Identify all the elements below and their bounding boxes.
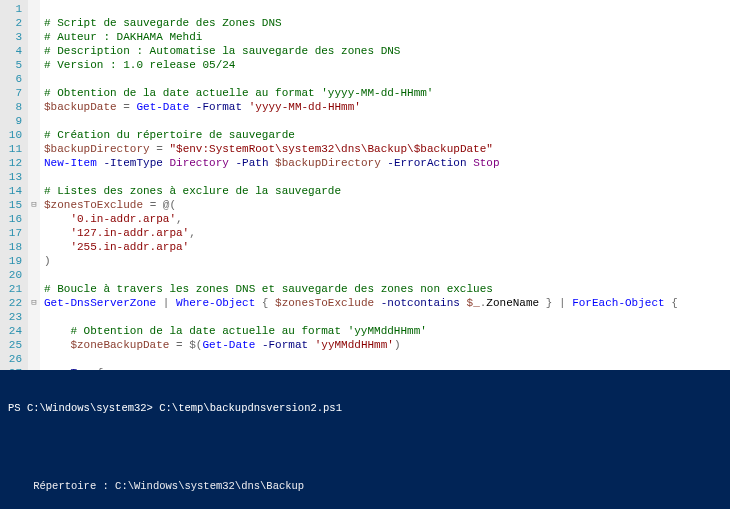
token xyxy=(44,227,70,239)
code-line[interactable]: # Création du répertoire de sauvegarde xyxy=(44,128,726,142)
code-line[interactable]: # Obtention de la date actuelle au forma… xyxy=(44,86,726,100)
fold-spacer xyxy=(28,142,40,156)
token: Try xyxy=(70,367,90,370)
fold-spacer xyxy=(28,268,40,282)
token: = xyxy=(143,199,163,211)
token xyxy=(308,339,315,351)
token xyxy=(44,325,70,337)
code-line[interactable] xyxy=(44,72,726,86)
token: Where-Object xyxy=(176,297,255,309)
token: 'yyMMddHHmm' xyxy=(315,339,394,351)
fold-spacer xyxy=(28,72,40,86)
code-line[interactable]: # Auteur : DAKHAMA Mehdi xyxy=(44,30,726,44)
token: ZoneName xyxy=(486,297,539,309)
code-line[interactable]: # Obtention de la date actuelle au forma… xyxy=(44,324,726,338)
fold-column[interactable]: ⊟⊟⊟⊟ xyxy=(28,0,40,370)
token: ) xyxy=(394,339,401,351)
token: , xyxy=(176,213,183,225)
fold-spacer xyxy=(28,30,40,44)
code-line[interactable]: '127.in-addr.arpa', xyxy=(44,226,726,240)
token: = xyxy=(150,143,170,155)
code-line[interactable]: $backupDate = Get-Date -Format 'yyyy-MM-… xyxy=(44,100,726,114)
code-line[interactable]: Try { xyxy=(44,366,726,370)
token: $backupDate xyxy=(44,101,117,113)
token-comment: # Création du répertoire de sauvegarde xyxy=(44,129,295,141)
line-number: 25 xyxy=(2,338,22,352)
code-line[interactable]: ) xyxy=(44,254,726,268)
code-line[interactable] xyxy=(44,2,726,16)
token-comment: # Script de sauvegarde des Zones DNS xyxy=(44,17,282,29)
code-line[interactable]: # Boucle à travers les zones DNS et sauv… xyxy=(44,282,726,296)
token: Directory xyxy=(169,157,228,169)
line-number: 26 xyxy=(2,352,22,366)
fold-spacer xyxy=(28,254,40,268)
fold-toggle-icon[interactable]: ⊟ xyxy=(28,198,40,212)
code-line[interactable]: # Description : Automatise la sauvegarde… xyxy=(44,44,726,58)
token: $backupDirectory xyxy=(44,143,150,155)
code-line[interactable]: Get-DnsServerZone | Where-Object { $zone… xyxy=(44,296,726,310)
line-number: 19 xyxy=(2,254,22,268)
fold-spacer xyxy=(28,184,40,198)
token: $_ xyxy=(467,297,480,309)
token-comment: # Version : 1.0 release 05/24 xyxy=(44,59,235,71)
fold-spacer xyxy=(28,100,40,114)
fold-toggle-icon[interactable]: ⊟ xyxy=(28,366,40,370)
token: $zonesToExclude xyxy=(44,199,143,211)
code-line[interactable] xyxy=(44,352,726,366)
token xyxy=(460,297,467,309)
console-dir-header: Répertoire : C:\Windows\system32\dns\Bac… xyxy=(8,480,722,493)
token: Get-Date xyxy=(136,101,189,113)
line-number: 23 xyxy=(2,310,22,324)
fold-spacer xyxy=(28,226,40,240)
token-comment: # Obtention de la date actuelle au forma… xyxy=(44,87,433,99)
token: 'yyyy-MM-dd-HHmm' xyxy=(249,101,361,113)
code-line[interactable]: $backupDirectory = "$env:SystemRoot\syst… xyxy=(44,142,726,156)
token: $backupDirectory xyxy=(275,157,381,169)
code-line[interactable]: New-Item -ItemType Directory -Path $back… xyxy=(44,156,726,170)
code-line[interactable]: # Listes des zones à exclure de la sauve… xyxy=(44,184,726,198)
token xyxy=(44,213,70,225)
fold-spacer xyxy=(28,44,40,58)
token: -Path xyxy=(235,157,268,169)
token xyxy=(189,101,196,113)
code-line[interactable] xyxy=(44,114,726,128)
fold-spacer xyxy=(28,58,40,72)
fold-spacer xyxy=(28,310,40,324)
fold-spacer xyxy=(28,170,40,184)
line-number: 16 xyxy=(2,212,22,226)
token: } | xyxy=(539,297,572,309)
fold-toggle-icon[interactable]: ⊟ xyxy=(28,296,40,310)
line-number: 4 xyxy=(2,44,22,58)
token xyxy=(44,339,70,351)
token: | xyxy=(163,297,176,309)
code-line[interactable] xyxy=(44,310,726,324)
code-line[interactable]: # Script de sauvegarde des Zones DNS xyxy=(44,16,726,30)
line-number: 7 xyxy=(2,86,22,100)
token: = $( xyxy=(169,339,202,351)
code-line[interactable]: $zonesToExclude = @( xyxy=(44,198,726,212)
token: $zoneBackupDate xyxy=(70,339,169,351)
code-line[interactable] xyxy=(44,268,726,282)
token xyxy=(44,367,70,370)
code-line[interactable]: $zoneBackupDate = $(Get-Date -Format 'yy… xyxy=(44,338,726,352)
line-number: 8 xyxy=(2,100,22,114)
line-number-gutter: 1234567891011121314151617181920212223242… xyxy=(0,0,28,370)
code-line[interactable]: '255.in-addr.arpa' xyxy=(44,240,726,254)
fold-spacer xyxy=(28,212,40,226)
code-line[interactable] xyxy=(44,170,726,184)
code-line[interactable]: # Version : 1.0 release 05/24 xyxy=(44,58,726,72)
fold-spacer xyxy=(28,338,40,352)
token: -notcontains xyxy=(381,297,460,309)
powershell-console[interactable]: PS C:\Windows\system32> C:\temp\backupdn… xyxy=(0,370,730,509)
token: -ItemType xyxy=(103,157,162,169)
token-comment: # Boucle à travers les zones DNS et sauv… xyxy=(44,283,493,295)
code-line[interactable]: '0.in-addr.arpa', xyxy=(44,212,726,226)
token-comment: # Listes des zones à exclure de la sauve… xyxy=(44,185,341,197)
line-number: 24 xyxy=(2,324,22,338)
line-number: 2 xyxy=(2,16,22,30)
code-area[interactable]: # Script de sauvegarde des Zones DNS# Au… xyxy=(40,0,730,370)
fold-spacer xyxy=(28,16,40,30)
line-number: 5 xyxy=(2,58,22,72)
code-editor[interactable]: 1234567891011121314151617181920212223242… xyxy=(0,0,730,370)
line-number: 17 xyxy=(2,226,22,240)
